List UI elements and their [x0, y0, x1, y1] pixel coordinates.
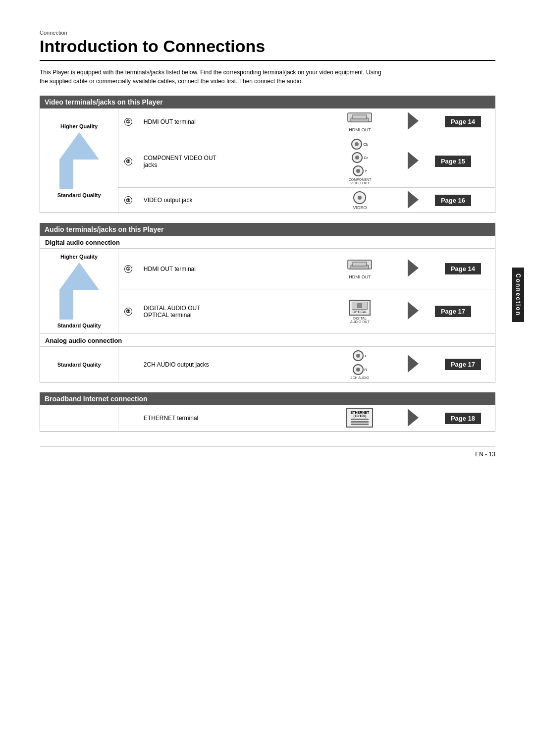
hdmi-svg-audio — [347, 258, 373, 273]
item-desc-2: COMPONENT VIDEO OUTjacks — [140, 135, 324, 188]
audio-item-num-2: ② — [118, 289, 140, 333]
hdmi-svg — [347, 111, 373, 126]
right-arrow-ethernet — [395, 405, 431, 431]
page-badge-audio-1: Page 14 — [431, 249, 495, 289]
hdmi-icon-1: HDMI OUT — [324, 108, 395, 135]
analog-quality-label: Standard Quality — [57, 362, 101, 368]
video-icon: VIDEO — [324, 188, 395, 213]
right-arrow-1 — [395, 108, 431, 135]
video-table: Higher Quality Standard Quality ① — [40, 108, 495, 213]
page-number: EN - 13 — [40, 446, 495, 458]
table-row: ETHERNET terminal ETHERNET(10/100) — [40, 405, 495, 431]
item-num-3: ③ — [118, 188, 140, 213]
connection-side-tab: Connection — [512, 268, 524, 322]
standard-quality-label-audio: Standard Quality — [57, 323, 101, 328]
svg-rect-5 — [353, 262, 367, 266]
component-icon: Cb Cr Y — [324, 135, 395, 188]
svg-rect-2 — [353, 115, 367, 119]
page-badge-audio-2: Page 17 — [431, 289, 495, 333]
audio-item-desc-2: DIGITAL AUDIO OUTOPTICAL terminal — [140, 289, 324, 333]
hdmi-icon-audio: HDMI OUT — [324, 249, 395, 289]
item-desc-3: VIDEO output jack — [140, 188, 324, 213]
broadband-header: Broadband Internet connection — [40, 392, 495, 405]
ethernet-desc: ETHERNET terminal — [140, 405, 324, 431]
broadband-table: ETHERNET terminal ETHERNET(10/100) — [40, 405, 495, 431]
page-badge-analog: Page 17 — [431, 347, 495, 382]
right-arrow-3 — [395, 188, 431, 213]
audio-section: Audio terminals/jacks on this Player Dig… — [40, 223, 495, 382]
page-title: Introduction to Connections — [40, 37, 495, 61]
right-arrow-2 — [395, 135, 431, 188]
item-desc-1: HDMI OUT terminal — [140, 108, 324, 135]
digital-audio-title: Digital audio connection — [40, 236, 495, 249]
table-row: Standard Quality 2CH AUDIO output jacks … — [40, 347, 495, 382]
standard-quality-label-video: Standard Quality — [57, 192, 101, 198]
video-section: Video terminals/jacks on this Player Hig… — [40, 96, 495, 213]
analog-audio-table: Standard Quality 2CH AUDIO output jacks … — [40, 347, 495, 382]
table-row: Higher Quality Standard Quality ① — [40, 108, 495, 135]
table-row: Higher Quality Standard Quality ① — [40, 249, 495, 289]
broadband-section: Broadband Internet connection ETHERNET t… — [40, 392, 495, 432]
audio-item-num-1: ① — [118, 249, 140, 289]
rca-audio-icon: L R 2CH AUDIO — [324, 347, 395, 382]
higher-quality-label: Higher Quality — [60, 123, 98, 129]
right-arrow-analog — [395, 347, 431, 382]
breadcrumb: Connection — [40, 30, 495, 36]
page-badge-ethernet: Page 18 — [431, 405, 495, 431]
digital-audio-table: Higher Quality Standard Quality ① — [40, 249, 495, 333]
intro-text: This Player is equipped with the termina… — [40, 68, 386, 86]
audio-quality-arrow-up — [59, 263, 99, 320]
item-num-1: ① — [118, 108, 140, 135]
item-num-2: ② — [118, 135, 140, 188]
higher-quality-label-audio: Higher Quality — [60, 254, 98, 260]
analog-item-desc: 2CH AUDIO output jacks — [140, 347, 324, 382]
ethernet-icon-cell: ETHERNET(10/100) — [324, 405, 395, 431]
analog-audio-title: Analog audio connection — [40, 333, 495, 347]
page-badge-3: Page 16 — [431, 188, 495, 213]
audio-section-header: Audio terminals/jacks on this Player — [40, 223, 495, 236]
quality-arrow-up — [59, 132, 99, 189]
audio-item-desc-1: HDMI OUT terminal — [140, 249, 324, 289]
page-badge-1: Page 14 — [431, 108, 495, 135]
page-badge-2: Page 15 — [431, 135, 495, 188]
video-section-header: Video terminals/jacks on this Player — [40, 96, 495, 108]
right-arrow-audio-2 — [395, 289, 431, 333]
analog-item-num — [118, 347, 140, 382]
right-arrow-audio-1 — [395, 249, 431, 289]
optical-icon: OPTICAL DIGITALAUDIO OUT — [324, 289, 395, 333]
page-container: Connection Connection Introduction to Co… — [40, 30, 495, 458]
